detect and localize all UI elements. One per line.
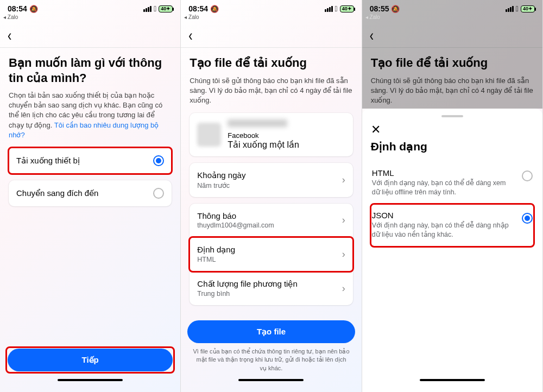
footnote: Vì file của bạn có thể chứa thông tin ri… <box>187 343 355 372</box>
back-icon[interactable]: ‹ <box>370 27 374 45</box>
nav-bar: ‹ <box>362 23 542 48</box>
mute-icon: 🔕 <box>29 5 38 13</box>
back-app-label[interactable]: ◂ Zalo <box>362 14 542 23</box>
account-card: Facebook Tải xuống một lần <box>190 113 352 156</box>
radio-selected-icon[interactable] <box>153 155 164 166</box>
wifi-icon: 􀙇 <box>335 4 338 13</box>
home-indicator[interactable] <box>420 379 485 381</box>
time: 08:54 <box>8 4 27 13</box>
back-icon[interactable]: ‹ <box>188 27 192 45</box>
battery-icon: 40✦ <box>521 5 535 12</box>
format-option-json[interactable]: JSON Với định dạng này, bạn có thể dễ dà… <box>371 204 534 246</box>
row-media-quality[interactable]: Chất lượng file phương tiệnTrung bình › <box>190 271 352 305</box>
chevron-right-icon: › <box>342 249 345 260</box>
account-name-mask <box>228 119 287 127</box>
mute-icon: 🔕 <box>210 5 219 13</box>
page-title: Bạn muốn làm gì với thông tin của mình? <box>9 55 172 85</box>
battery-icon: 40✦ <box>340 5 354 12</box>
avatar <box>197 123 221 147</box>
back-app-label[interactable]: ◂ Zalo <box>181 14 361 23</box>
status-bar: 08:54 🔕 􀙇 40✦ <box>181 0 361 14</box>
wifi-icon: 􀙇 <box>516 4 519 13</box>
row-date-range[interactable]: Khoảng ngàyNăm trước › <box>190 163 352 197</box>
radio-unselected-icon[interactable] <box>153 188 164 199</box>
signal-icon <box>506 6 514 12</box>
back-icon[interactable]: ‹ <box>8 27 11 45</box>
row-format[interactable]: Định dạngHTML › <box>190 237 352 271</box>
chevron-right-icon: › <box>342 214 345 226</box>
home-indicator[interactable] <box>238 379 304 381</box>
status-bar: 08:55 🔕 􀙇 40✦ <box>362 0 542 14</box>
status-bar: 08:54 🔕 􀙇 40✦ <box>0 0 180 14</box>
signal-icon <box>325 6 333 12</box>
time: 08:55 <box>370 4 389 13</box>
chevron-right-icon: › <box>342 174 345 186</box>
screen-3: 08:55 🔕 􀙇 40✦ ◂ Zalo ‹ Tạo file để tải x… <box>362 0 543 392</box>
row-notification[interactable]: Thông báothuydlm1004@gmail.com › <box>190 204 352 237</box>
wifi-icon: 􀙇 <box>154 4 156 13</box>
sheet-grabber[interactable] <box>441 115 463 117</box>
option-download-device[interactable]: Tải xuống thiết bị <box>9 148 172 174</box>
format-sheet: ✕ Định dạng HTML Với định dạng này, bạn … <box>362 109 542 392</box>
sheet-title: Định dạng <box>371 140 534 153</box>
chevron-right-icon: › <box>342 283 345 294</box>
continue-button[interactable]: Tiếp <box>8 349 173 371</box>
radio-selected-icon[interactable] <box>522 213 533 224</box>
screen-1: 08:54 🔕 􀙇 40✦ ◂ Zalo ‹ Bạn muốn làm gì v… <box>0 0 181 392</box>
nav-bar: ‹ <box>0 23 180 48</box>
page-title: Tạo file để tải xuống <box>190 55 352 71</box>
back-app-label[interactable]: ◂ Zalo <box>0 14 180 23</box>
page-description: Chúng tôi sẽ gửi thông báo cho bạn khi f… <box>371 76 534 106</box>
signal-icon <box>143 6 151 12</box>
page-description: Chọn tải bản sao xuống thiết bị của bạn … <box>9 91 172 140</box>
option-transfer-destination[interactable]: Chuyển sang đích đến <box>9 180 172 206</box>
page-title: Tạo file để tải xuống <box>371 55 534 71</box>
nav-bar: ‹ <box>181 23 361 48</box>
battery-icon: 40✦ <box>159 5 173 12</box>
home-indicator[interactable] <box>58 379 123 381</box>
radio-unselected-icon[interactable] <box>522 170 533 181</box>
close-icon[interactable]: ✕ <box>371 123 534 137</box>
format-option-html[interactable]: HTML Với định dạng này, bạn có thể dễ dà… <box>371 162 534 204</box>
page-description: Chúng tôi sẽ gửi thông báo cho bạn khi f… <box>190 76 352 106</box>
screen-2: 08:54 🔕 􀙇 40✦ ◂ Zalo ‹ Tạo file để tải x… <box>181 0 362 392</box>
create-file-button[interactable]: Tạo file <box>187 320 355 343</box>
time: 08:54 <box>188 4 208 13</box>
settings-card: Thông báothuydlm1004@gmail.com › Định dạ… <box>190 204 352 305</box>
mute-icon: 🔕 <box>391 5 400 13</box>
